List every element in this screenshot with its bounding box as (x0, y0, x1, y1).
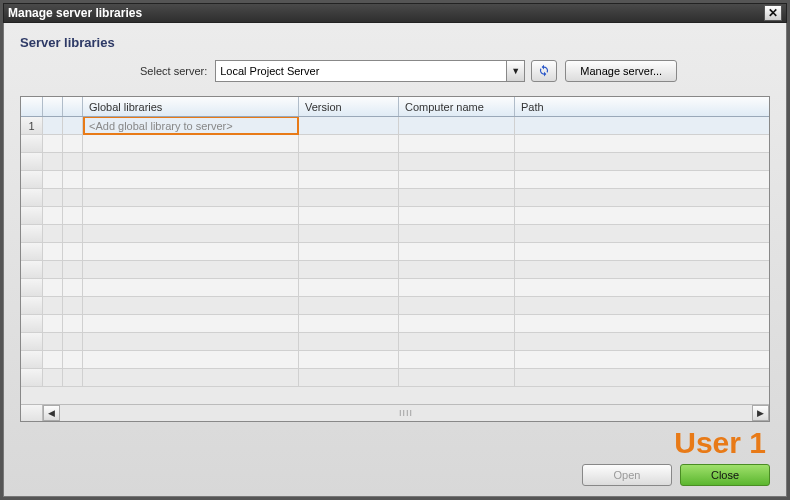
open-button[interactable]: Open (582, 464, 672, 486)
col-version[interactable]: Version (299, 97, 399, 116)
col-computer-name[interactable]: Computer name (399, 97, 515, 116)
table-row (21, 243, 769, 261)
col-status-icon (43, 97, 63, 116)
section-heading: Server libraries (20, 35, 770, 50)
scroll-grip-icon: IIII (399, 408, 413, 418)
col-type-icon (63, 97, 83, 116)
add-library-placeholder[interactable]: <Add global library to server> (83, 117, 299, 134)
server-dropdown-value: Local Project Server (220, 65, 319, 77)
row-version-cell (299, 117, 399, 134)
table-row (21, 135, 769, 153)
table-row (21, 315, 769, 333)
scroll-right-icon[interactable]: ▶ (752, 405, 769, 421)
table-row (21, 225, 769, 243)
row-path-cell (515, 117, 769, 134)
table-row (21, 171, 769, 189)
refresh-icon (537, 63, 551, 79)
row-computer-cell (399, 117, 515, 134)
server-select-row: Select server: Local Project Server ▼ Ma… (20, 60, 770, 82)
table-row (21, 351, 769, 369)
libraries-table: Global libraries Version Computer name P… (20, 96, 770, 422)
scroll-track[interactable]: IIII (60, 405, 752, 421)
table-row (21, 279, 769, 297)
server-dropdown[interactable]: Local Project Server ▼ (215, 60, 525, 82)
table-row (21, 261, 769, 279)
close-button[interactable]: Close (680, 464, 770, 486)
table-row[interactable]: 1 <Add global library to server> (21, 117, 769, 135)
table-row (21, 333, 769, 351)
table-row (21, 369, 769, 387)
table-row (21, 153, 769, 171)
dialog-footer: Open Close (20, 464, 770, 486)
table-body: 1 <Add global library to server> (21, 117, 769, 404)
row-number: 1 (21, 117, 43, 134)
row-status-cell (43, 117, 63, 134)
titlebar: Manage server libraries ✕ (3, 3, 787, 23)
table-row (21, 207, 769, 225)
chevron-down-icon[interactable]: ▼ (506, 61, 524, 81)
annotation-user-label: User 1 (20, 426, 766, 460)
table-row (21, 297, 769, 315)
refresh-button[interactable] (531, 60, 557, 82)
manage-server-button[interactable]: Manage server... (565, 60, 677, 82)
col-global-libraries[interactable]: Global libraries (83, 97, 299, 116)
col-path[interactable]: Path (515, 97, 769, 116)
scrollbar-spacer (21, 405, 43, 421)
row-type-cell (63, 117, 83, 134)
table-row (21, 189, 769, 207)
window-title: Manage server libraries (8, 6, 764, 20)
horizontal-scrollbar[interactable]: ◀ IIII ▶ (21, 404, 769, 421)
scroll-left-icon[interactable]: ◀ (43, 405, 60, 421)
dialog-body: Server libraries Select server: Local Pr… (3, 23, 787, 497)
select-server-label: Select server: (140, 65, 207, 77)
table-header: Global libraries Version Computer name P… (21, 97, 769, 117)
col-rownum (21, 97, 43, 116)
close-icon[interactable]: ✕ (764, 5, 782, 21)
